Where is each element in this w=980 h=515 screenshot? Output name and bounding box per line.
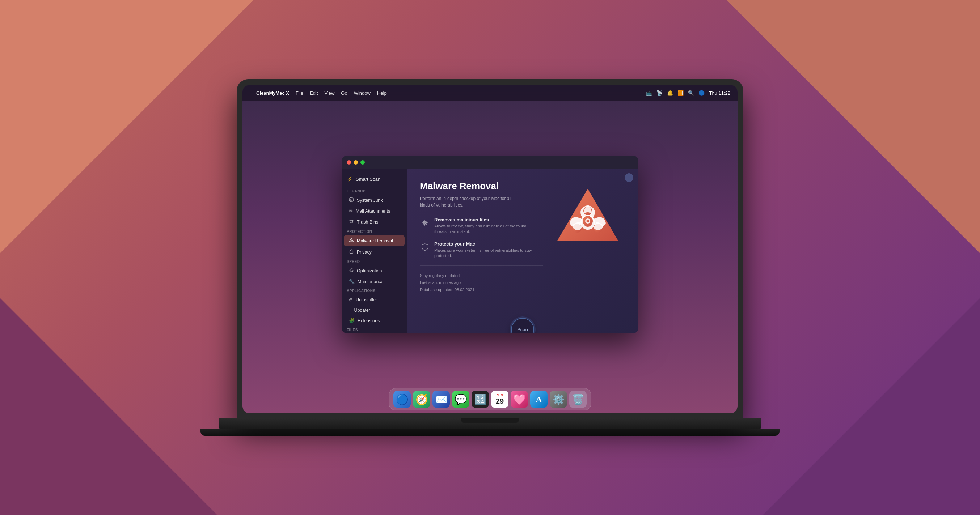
biohazard-icon [552, 183, 624, 256]
mail-icon: ✉ [349, 208, 353, 214]
laptop-notch [461, 418, 519, 423]
feature-removes-malicious: Removes malicious files Allows to review… [420, 217, 536, 235]
sidebar-item-system-junk[interactable]: System Junk [344, 195, 405, 206]
uninstaller-icon: ⊖ [349, 297, 353, 302]
section-cleanup-label: Cleanup [342, 188, 407, 195]
svg-point-11 [587, 220, 589, 222]
search-icon[interactable]: 🔍 [688, 90, 694, 96]
calculator-icon: 🔢 [474, 393, 487, 406]
dock-safari[interactable]: 🧭 [413, 391, 430, 408]
menubar-file[interactable]: File [296, 90, 303, 96]
appstore-icon: A [536, 395, 542, 404]
sidebar-item-smart-scan[interactable]: ⚡ Smart Scan [342, 173, 407, 185]
dock-calculator[interactable]: 🔢 [471, 391, 489, 408]
screen-bezel: CleanMyMac X File Edit View Go Window He… [242, 85, 738, 414]
title-bar [342, 156, 638, 169]
sidebar-item-maintenance[interactable]: 🔧 Maintenance [344, 276, 405, 287]
scan-button-label: Scan [517, 327, 528, 332]
menubar-right: 📺 📡 🔔 📶 🔍 🔵 Thu 11:22 [646, 90, 730, 96]
content-subtitle: Perform an in-depth checkup of your Mac … [420, 195, 521, 208]
extensions-icon: 🧩 [349, 318, 355, 323]
info-icon: i [628, 175, 630, 181]
minimize-button[interactable] [353, 160, 358, 165]
biohazard-container [548, 176, 627, 263]
privacy-icon [349, 249, 354, 255]
scan-button[interactable]: Scan [511, 318, 534, 333]
section-applications-label: Applications [342, 287, 407, 295]
maximize-button[interactable] [360, 160, 365, 165]
menubar-edit[interactable]: Edit [310, 90, 318, 96]
bug-icon [420, 218, 430, 228]
calendar-day: 29 [496, 397, 504, 405]
last-scan-label: Last scan: minutes ago [420, 279, 625, 287]
laptop-wrapper: CleanMyMac X File Edit View Go Window He… [200, 79, 780, 436]
privacy-label: Privacy [357, 250, 372, 255]
feature-protects-desc: Makes sure your system is free of vulner… [434, 248, 536, 259]
feature-protects-title: Protects your Mac [434, 241, 536, 247]
section-protection-label: Protection [342, 228, 407, 235]
dock-mail[interactable]: ✉️ [433, 391, 450, 408]
calendar-month: JUN [496, 394, 503, 397]
section-files-label: Files [342, 326, 407, 333]
info-button[interactable]: i [625, 173, 633, 182]
trash-bins-label: Trash Bins [357, 220, 378, 225]
laptop-base [200, 429, 780, 436]
feature-removes-desc: Allows to review, study and eliminate al… [434, 223, 536, 235]
menubar-help[interactable]: Help [377, 90, 387, 96]
content-divider [420, 265, 543, 266]
laptop-bottom [219, 418, 761, 429]
database-updated-label: Database updated: 08.02.2021 [420, 287, 625, 294]
system-junk-label: System Junk [357, 198, 383, 203]
dock-trash[interactable]: 🗑️ [569, 391, 587, 408]
sidebar-item-mail-attachments[interactable]: ✉ Mail Attachments [344, 206, 405, 216]
dock-finder[interactable]: 🔵 [393, 391, 411, 408]
traffic-lights [347, 160, 365, 165]
sidebar-item-privacy[interactable]: Privacy [344, 246, 405, 258]
bluetooth-icon: 🔵 [698, 90, 705, 96]
svg-rect-2 [350, 251, 353, 254]
menubar-go[interactable]: Go [341, 90, 347, 96]
sidebar-item-trash-bins[interactable]: Trash Bins [344, 216, 405, 228]
cleanmymac-dock-icon: 🩷 [513, 393, 526, 406]
svg-point-0 [349, 198, 353, 202]
update-info: Stay regularly updated: Last scan: minut… [420, 273, 625, 294]
sidebar-item-optimization[interactable]: Optimization [344, 265, 405, 276]
app-window: ⚡ Smart Scan Cleanup System Junk [342, 156, 638, 333]
malware-icon [349, 238, 354, 244]
maintenance-icon: 🔧 [349, 279, 355, 284]
dock-systemprefs[interactable]: ⚙️ [550, 391, 567, 408]
dock-appstore[interactable]: A [530, 391, 547, 408]
menubar-window[interactable]: Window [354, 90, 371, 96]
content-title: Malware Removal [420, 181, 521, 192]
dock-calendar[interactable]: JUN 29 [491, 391, 509, 408]
trash-dock-icon: 🗑️ [572, 393, 584, 406]
svg-point-12 [424, 222, 426, 223]
dock-container: 🔵 🧭 ✉️ 💬 🔢 [242, 388, 738, 414]
sidebar-item-updater[interactable]: ↑ Updater [344, 305, 405, 315]
menubar-time: Thu 11:22 [709, 90, 730, 96]
sidebar-item-uninstaller[interactable]: ⊖ Uninstaller [344, 295, 405, 305]
dock: 🔵 🧭 ✉️ 💬 🔢 [389, 388, 591, 410]
mail-dock-icon: ✉️ [435, 393, 448, 406]
dock-messages[interactable]: 💬 [452, 391, 469, 408]
main-content-area: i [407, 169, 638, 333]
notification-icon: 🔔 [667, 90, 673, 96]
uninstaller-label: Uninstaller [356, 297, 377, 302]
laptop-outer: CleanMyMac X File Edit View Go Window He… [237, 79, 743, 419]
malware-removal-label: Malware Removal [357, 238, 393, 243]
system-junk-icon [349, 197, 354, 203]
desktop-content: ⚡ Smart Scan Cleanup System Junk [242, 101, 738, 388]
display-icon: 📺 [646, 90, 652, 96]
sidebar-item-extensions[interactable]: 🧩 Extensions [344, 315, 405, 326]
menubar-view[interactable]: View [324, 90, 334, 96]
scan-button-container: Scan [511, 318, 534, 333]
sidebar-item-malware-removal[interactable]: Malware Removal [344, 235, 405, 246]
dock-cleanmymac[interactable]: 🩷 [511, 391, 528, 408]
menubar-app-name[interactable]: CleanMyMac X [256, 90, 289, 96]
optimization-label: Optimization [357, 268, 382, 273]
close-button[interactable] [347, 160, 351, 165]
feature-removes-title: Removes malicious files [434, 217, 536, 222]
wifi-icon: 📶 [678, 90, 684, 96]
mail-attachments-label: Mail Attachments [356, 209, 390, 214]
app-body: ⚡ Smart Scan Cleanup System Junk [342, 169, 638, 333]
